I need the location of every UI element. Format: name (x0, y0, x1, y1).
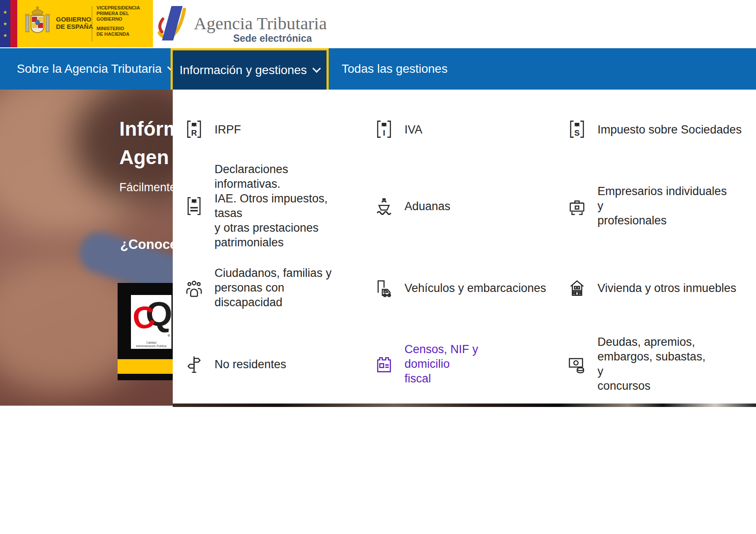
brand-title: Agencia Tributaria (194, 13, 327, 34)
census-card-icon (374, 354, 394, 374)
hero-heading-line2: Agen (119, 146, 169, 169)
stamp-s-icon: S (567, 119, 587, 140)
people-icon (184, 278, 204, 298)
menu-item-impuesto-sociedades[interactable]: S Impuesto sobre Sociedades (567, 119, 742, 140)
nav-item-label: Información y gestiones (180, 63, 307, 77)
menu-item-vehiculos[interactable]: Vehículos y embarcaciones (374, 278, 546, 298)
nav-item-todas-las-gestiones[interactable]: Todas las gestiones (342, 48, 448, 90)
house-icon (567, 278, 587, 298)
nav-item-label: Sobre la Agencia Tributaria (17, 62, 162, 76)
menu-item-deudas-apremios[interactable]: Deudas, apremios, embargos, subastas, y … (567, 335, 709, 393)
site-header: ★ ★ ★ (0, 0, 756, 48)
menu-item-label: Censos, NIF y domicilio fiscal (404, 342, 521, 386)
page-photo-strip (173, 404, 756, 407)
eu-star-icon: ★ (3, 33, 7, 38)
menu-item-label: IVA (404, 122, 423, 137)
eu-flag-strip: ★ ★ ★ (0, 0, 10, 47)
gobierno-logo[interactable]: ★ ★ ★ (0, 0, 153, 47)
menu-item-label: Ciudadanos, familias y personas con disc… (215, 266, 348, 310)
ship-icon (374, 196, 394, 216)
menu-item-label: Deudas, apremios, embargos, subastas, y … (597, 335, 709, 393)
nav-item-sobre-la-agencia[interactable]: Sobre la Agencia Tributaria (17, 48, 174, 90)
page: ★ ★ ★ (0, 0, 756, 534)
hero-tagline: Fácilmente, (119, 181, 173, 194)
ministerio-label: MINISTERIO DE HACIENDA (96, 26, 152, 37)
menu-item-label: No residentes (215, 357, 286, 371)
cq-logo: Q C ® Calidad Administración Pública (131, 295, 171, 349)
hero-image: Infórm Agen Fácilmente, ¿Conoce Q C ® Ca… (0, 90, 173, 406)
stamp-r-icon: R (184, 119, 204, 140)
vehicle-icon (374, 278, 394, 298)
nav-item-label: Todas las gestiones (342, 62, 448, 76)
spain-flag-stripe (10, 0, 17, 47)
divider (92, 6, 92, 41)
spain-coat-of-arms-icon (24, 5, 51, 43)
menu-item-label: Vehículos y embarcaciones (404, 280, 546, 295)
eu-star-icon: ★ (3, 22, 7, 26)
menu-item-declaraciones-informativas[interactable]: Declaraciones informativas. IAE. Otros i… (184, 162, 352, 250)
mega-menu: R IRPF I IVA S Impuesto sobre Sociedades (173, 90, 756, 404)
menu-item-iva[interactable]: I IVA (374, 119, 423, 140)
government-name: GOBIERNO DE ESPAÑA (56, 16, 93, 30)
quality-certification-badge: Q C ® Calidad Administración Pública (118, 283, 173, 380)
menu-item-vivienda[interactable]: Vivienda y otros inmuebles (567, 278, 736, 298)
menu-item-label: IRPF (215, 122, 241, 137)
menu-item-label: Empresarios individuales y profesionales (597, 184, 735, 228)
menu-item-label: Impuesto sobre Sociedades (597, 122, 742, 137)
hero-heading-line1: Infórm (119, 117, 173, 140)
registered-mark: ® (168, 334, 170, 338)
stamp-i-icon: I (374, 119, 394, 140)
cq-letter-c: C (131, 301, 157, 335)
menu-item-no-residentes[interactable]: No residentes (184, 354, 286, 374)
svg-text:R: R (191, 128, 197, 137)
document-icon (184, 196, 204, 216)
eu-star-icon: ★ (3, 10, 7, 15)
agencia-tributaria-logo[interactable]: Agencia Tributaria Sede electrónica (158, 6, 317, 46)
main-nav: Sobre la Agencia Tributaria Información … (0, 48, 756, 90)
agencia-logo-glyph (158, 6, 188, 42)
cq-caption: Calidad Administración Pública (131, 341, 171, 348)
signpost-icon (184, 354, 204, 374)
menu-item-censos-nif[interactable]: Censos, NIF y domicilio fiscal (374, 342, 521, 386)
menu-item-empresarios[interactable]: Empresarios individuales y profesionales (567, 184, 735, 228)
menu-item-aduanas[interactable]: Aduanas (374, 196, 451, 216)
badge-yellow-bar (118, 359, 173, 374)
svg-text:S: S (574, 128, 579, 137)
nav-item-informacion-y-gestiones[interactable]: Información y gestiones (171, 48, 329, 90)
vicepresidencia-label: VICEPRESIDENCIA PRIMERA DEL GOBIERNO (96, 5, 152, 22)
svg-text:I: I (383, 128, 385, 137)
brand-subtitle: Sede electrónica (194, 33, 312, 44)
chevron-down-icon (312, 64, 321, 73)
menu-item-irpf[interactable]: R IRPF (184, 119, 241, 140)
menu-item-ciudadanos-familias[interactable]: Ciudadanos, familias y personas con disc… (184, 266, 348, 310)
briefcase-icon (567, 196, 587, 216)
banknote-icon (567, 354, 587, 374)
hero-question: ¿Conoce (120, 237, 173, 252)
menu-item-label: Declaraciones informativas. IAE. Otros i… (215, 162, 352, 250)
menu-item-label: Vivienda y otros inmuebles (597, 280, 736, 295)
menu-item-label: Aduanas (404, 199, 451, 213)
